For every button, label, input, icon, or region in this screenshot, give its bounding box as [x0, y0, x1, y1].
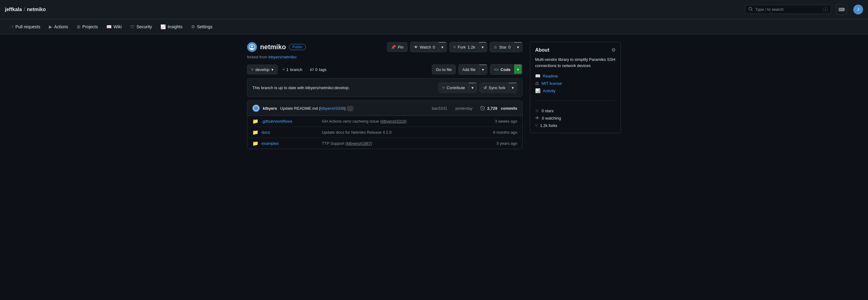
user-avatar[interactable]: J — [853, 5, 863, 14]
nav-item-security[interactable]: 🛡 Security — [127, 22, 156, 32]
file-name-link[interactable]: docs — [261, 130, 317, 134]
commit-message-text: Update README.md (ktbyers#3338) ... — [280, 106, 429, 111]
branch-selector[interactable]: ⑂ develop ▾ — [247, 64, 278, 74]
tag-count-link[interactable]: 🏷 0 tags — [307, 66, 329, 73]
pin-icon: 📌 — [391, 45, 396, 50]
contribute-label: Contribute — [446, 86, 465, 90]
commit-hash[interactable]: bac5331 — [432, 106, 447, 111]
commit-count: 2,729 commits — [480, 106, 517, 111]
nav-label-pull-requests: Pull requests — [16, 24, 40, 29]
fork-label: Fork — [458, 45, 466, 50]
sync-message: This branch is up to date with ktbyers/n… — [252, 86, 350, 90]
readme-link[interactable]: 📖 Readme — [535, 73, 616, 79]
contribute-dropdown-button[interactable]: ▾ — [469, 83, 477, 92]
star-icon: ☆ — [494, 45, 497, 50]
code-main-button[interactable]: <> Code — [490, 64, 514, 74]
nav-item-settings[interactable]: ⚙ Settings — [187, 22, 216, 32]
sync-fork-main-button[interactable]: ↺ Sync fork — [480, 83, 509, 92]
star-dropdown-button[interactable]: ▾ — [514, 42, 522, 52]
watch-split-button: 👁 Watch 0 ▾ — [410, 42, 447, 52]
fork-main-button[interactable]: ⑂ Fork 1.2k — [450, 42, 479, 52]
repo-name[interactable]: netmiko — [260, 43, 286, 51]
nav-label-projects: Projects — [82, 24, 98, 29]
star-split-button: ☆ Star 0 ▾ — [490, 42, 523, 52]
nav-label-security: Security — [136, 24, 152, 29]
branch-count: 1 — [286, 67, 289, 72]
star-label: Star — [499, 45, 506, 50]
search-shortcut: / — [823, 7, 828, 12]
about-header: About ⚙ — [535, 47, 616, 53]
terminal-button[interactable]: ⌨ — [836, 4, 847, 15]
activity-label: Activity — [543, 89, 555, 93]
file-commit-link[interactable]: ktbyers#3318 — [381, 119, 405, 124]
watch-icon: 👁 — [414, 45, 418, 50]
code-dropdown-button[interactable]: ▾ — [514, 64, 522, 74]
about-title: About — [535, 47, 549, 53]
repo-owner-avatar — [247, 42, 257, 52]
code-label: Code — [501, 67, 511, 72]
pin-button[interactable]: 📌 Pin — [387, 42, 408, 52]
nav-item-pull-requests[interactable]: ⑂ Pull requests — [7, 22, 44, 32]
watching-label: 0 watching — [542, 116, 561, 120]
activity-link[interactable]: 📊 Activity — [535, 88, 616, 93]
top-nav: jeffkala / netmiko Type / to search / ⌨ … — [0, 0, 868, 19]
right-column: About ⚙ Multi-vendor library to simplify… — [530, 42, 621, 149]
file-name-link[interactable]: examples — [261, 141, 317, 146]
add-file-chevron-icon: ▾ — [482, 67, 484, 72]
add-file-dropdown-button[interactable]: ▾ — [479, 64, 487, 74]
nav-item-actions[interactable]: ▶ Actions — [45, 22, 72, 32]
public-badge: Public — [289, 44, 306, 50]
sync-banner: This branch is up to date with ktbyers/n… — [247, 79, 523, 97]
watching-stat: 👁 0 watching — [535, 116, 616, 120]
watch-count: 0 — [433, 45, 435, 50]
add-file-main-button[interactable]: Add file — [459, 64, 479, 74]
contribute-main-button[interactable]: ⑂ Contribute — [439, 83, 469, 92]
repo-link[interactable]: netmiko — [27, 7, 46, 12]
about-description: Multi-vendor library to simplify Paramik… — [535, 57, 616, 68]
watch-main-button[interactable]: 👁 Watch 0 — [410, 42, 439, 52]
contribute-icon: ⑂ — [442, 86, 445, 90]
file-commit-msg: GH Actions venv cacheing issue (ktbyers#… — [317, 119, 487, 124]
file-commit-msg: Update docs for Netmiko Release 4.2.0 — [317, 130, 487, 134]
go-to-file-button[interactable]: Go to file — [432, 64, 456, 74]
sync-actions: ⑂ Contribute ▾ ↺ Sync fork ▾ — [438, 82, 517, 93]
repo-header: netmiko Public 📌 Pin 👁 Watch 0 — [247, 42, 523, 52]
fork-dropdown-button[interactable]: ▾ — [479, 42, 487, 52]
star-main-button[interactable]: ☆ Star 0 — [490, 42, 514, 52]
nav-item-wiki[interactable]: 📖 Wiki — [103, 22, 125, 32]
left-column: netmiko Public 📌 Pin 👁 Watch 0 — [247, 42, 523, 149]
star-chevron-icon: ▾ — [517, 45, 519, 50]
fork-link[interactable]: ktbyers/netmiko — [268, 55, 296, 59]
branch-chevron-icon: ▾ — [271, 67, 274, 72]
owner-link[interactable]: jeffkala — [5, 7, 22, 12]
about-section: About ⚙ Multi-vendor library to simplify… — [530, 42, 621, 133]
commit-author-name[interactable]: ktbyers — [263, 106, 277, 111]
projects-icon: ⊞ — [77, 24, 81, 29]
license-link[interactable]: ⚖ MIT license — [535, 81, 616, 86]
commit-author-avatar — [252, 104, 260, 112]
commit-dots[interactable]: ... — [347, 106, 353, 111]
pin-label: Pin — [398, 45, 404, 50]
forks-stat: ⑂ 1.2k forks — [535, 123, 616, 128]
about-gear-icon[interactable]: ⚙ — [611, 47, 616, 53]
commit-pr-link[interactable]: ktbyers#3338 — [320, 106, 344, 111]
nav-item-projects[interactable]: ⊞ Projects — [73, 22, 102, 32]
search-bar[interactable]: Type / to search / — [745, 5, 831, 14]
file-commit-link[interactable]: ktbyers#1967 — [347, 141, 371, 146]
tag-icon: 🏷 — [310, 67, 314, 72]
watch-dropdown-button[interactable]: ▾ — [439, 42, 446, 52]
repo-nav: ⑂ Pull requests ▶ Actions ⊞ Projects 📖 W… — [0, 19, 868, 34]
actions-icon: ▶ — [49, 24, 52, 29]
search-icon — [748, 7, 753, 12]
branch-count-link[interactable]: ⑂ 1 branch — [280, 66, 305, 73]
sync-fork-dropdown-button[interactable]: ▾ — [509, 83, 517, 92]
nav-item-insights[interactable]: 📈 Insights — [157, 22, 186, 32]
repo-actions: 📌 Pin 👁 Watch 0 ▾ — [387, 42, 523, 52]
file-name-link[interactable]: .github/workflows — [261, 119, 317, 124]
breadcrumb-separator: / — [24, 7, 25, 12]
folder-icon: 📁 — [252, 118, 258, 124]
repo-title-section: netmiko Public — [247, 42, 306, 52]
add-file-label: Add file — [462, 67, 475, 72]
avatar-initials: J — [857, 7, 859, 12]
sync-fork-chevron-icon: ▾ — [512, 86, 514, 90]
